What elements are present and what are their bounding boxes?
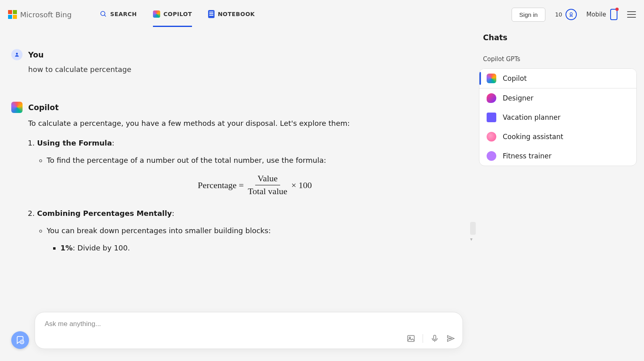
- image-icon: [407, 334, 415, 343]
- gpt-item-fitness[interactable]: Fitness trainer: [479, 146, 636, 166]
- search-icon: [100, 10, 107, 18]
- user-avatar-icon: [11, 49, 23, 60]
- divider: [423, 334, 423, 343]
- mobile-label: Mobile: [586, 11, 606, 18]
- item2-title: Combining Percentages Mentally: [37, 209, 172, 217]
- copilot-message: Copilot To calculate a percentage, you h…: [11, 102, 463, 254]
- tab-search-label: SEARCH: [110, 11, 137, 17]
- item2-bullet: You can break down percentages into smal…: [47, 225, 463, 254]
- header-right: Sign in 10 Mobile: [512, 8, 636, 22]
- gpt-item-label: Copilot: [503, 74, 527, 82]
- send-icon: [446, 334, 455, 343]
- svg-point-3: [16, 53, 18, 55]
- user-message: You how to calculate percentage: [11, 49, 463, 74]
- copilot-icon: [487, 74, 496, 83]
- tab-copilot[interactable]: COPILOT: [153, 2, 192, 27]
- mic-button[interactable]: [430, 334, 439, 343]
- formula-rhs: × 100: [291, 178, 312, 192]
- conversation: You how to calculate percentage Copilot …: [11, 29, 463, 301]
- send-button[interactable]: [446, 334, 455, 343]
- sidebar-section-label: Copilot GPTs: [483, 55, 637, 63]
- gpt-item-vacation[interactable]: Vacation planner: [479, 108, 636, 127]
- designer-icon: [487, 93, 496, 103]
- gpt-item-designer[interactable]: Designer: [479, 88, 636, 108]
- tab-notebook[interactable]: NOTEBOOK: [208, 2, 255, 27]
- item1-title: Using the Formula: [37, 139, 112, 147]
- list-item-1: Using the Formula: To find the percentag…: [37, 137, 463, 197]
- gpt-item-label: Vacation planner: [503, 113, 560, 121]
- copilot-icon: [153, 10, 160, 18]
- nav-tabs: SEARCH COPILOT NOTEBOOK: [100, 2, 255, 27]
- tab-search[interactable]: SEARCH: [100, 2, 137, 27]
- user-label: You: [28, 50, 44, 59]
- notebook-icon: [208, 10, 215, 18]
- phone-icon: [610, 9, 617, 20]
- sub-bullet-1pct: 1%: Divide by 100.: [60, 242, 463, 254]
- sidebar-title: Chats: [483, 33, 637, 42]
- microphone-icon: [430, 334, 439, 343]
- percentage-formula: Percentage = Value Total value × 100: [47, 173, 463, 197]
- list-item-2: Combining Percentages Mentally: You can …: [37, 208, 463, 254]
- main: You how to calculate percentage Copilot …: [0, 29, 644, 361]
- rewards-icon: [566, 9, 577, 20]
- pause-indicator[interactable]: [470, 222, 476, 235]
- input-area: [11, 312, 463, 349]
- fitness-icon: [487, 151, 496, 161]
- formula-denominator: Total value: [248, 185, 287, 197]
- chat-input[interactable]: [44, 320, 454, 328]
- gpt-item-label: Cooking assistant: [503, 133, 563, 141]
- signin-button[interactable]: Sign in: [512, 8, 545, 22]
- tab-copilot-label: COPILOT: [163, 11, 192, 17]
- gpt-item-label: Designer: [503, 94, 533, 102]
- tab-notebook-label: NOTEBOOK: [218, 11, 255, 17]
- gpt-list: CopilotDesignerVacation plannerCooking a…: [479, 68, 637, 166]
- sidebar: Chats Copilot GPTs CopilotDesignerVacati…: [479, 29, 644, 361]
- header: Microsoft Bing SEARCH COPILOT NOTEBOOK S…: [0, 0, 644, 29]
- svg-rect-5: [408, 336, 415, 342]
- chat-input-box[interactable]: [35, 312, 463, 349]
- image-upload-button[interactable]: [407, 334, 415, 343]
- copilot-avatar-icon: [11, 102, 23, 113]
- svg-line-1: [104, 15, 106, 16]
- mobile-link[interactable]: Mobile: [586, 9, 617, 20]
- svg-point-2: [570, 12, 572, 15]
- user-message-text: how to calculate percentage: [28, 65, 463, 74]
- chat-plus-icon: [16, 336, 25, 345]
- gpt-item-cooking[interactable]: Cooking assistant: [479, 127, 636, 146]
- bing-logo[interactable]: Microsoft Bing: [8, 10, 72, 19]
- item1-bullet: To find the percentage of a number out o…: [47, 155, 463, 197]
- gpt-item-label: Fitness trainer: [503, 152, 551, 160]
- svg-rect-7: [433, 335, 436, 340]
- copilot-label: Copilot: [28, 103, 59, 112]
- vacation-icon: [487, 113, 496, 122]
- rewards-points: 10: [555, 11, 562, 18]
- formula-lhs: Percentage =: [198, 178, 244, 192]
- rewards[interactable]: 10: [555, 9, 577, 20]
- cooking-icon: [487, 132, 496, 142]
- chat-area: You how to calculate percentage Copilot …: [0, 29, 479, 361]
- gpt-item-copilot[interactable]: Copilot: [479, 69, 636, 88]
- svg-point-0: [101, 11, 105, 16]
- menu-button[interactable]: [627, 11, 636, 18]
- new-topic-button[interactable]: [11, 331, 29, 349]
- copilot-intro: To calculate a percentage, you have a fe…: [28, 118, 463, 129]
- formula-numerator: Value: [255, 173, 280, 185]
- brand-text: Microsoft Bing: [20, 10, 72, 19]
- microsoft-icon: [8, 10, 17, 19]
